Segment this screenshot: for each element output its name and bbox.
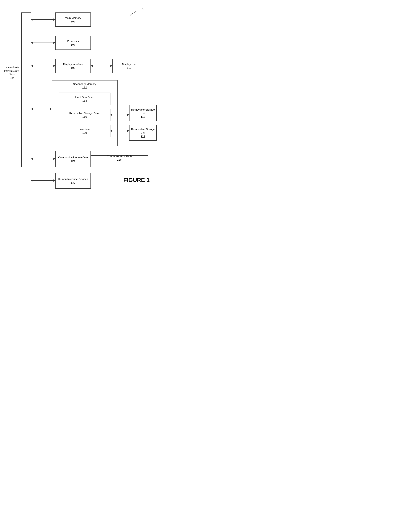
svg-marker-1 [130,14,131,15]
arrow-processor [31,40,55,45]
arrow-removable-drive-right [110,113,129,117]
display-interface-box: Display Interface 108 [55,59,91,73]
processor-box: Processor 107 [55,36,91,50]
human-interface-box: Human Interface Devices 130 [55,173,91,189]
interface-box: Interface 120 [59,125,110,137]
arrow-display-interface-right [91,64,112,68]
figure-label: FIGURE 1 [123,177,150,183]
arrow-secondary-memory [31,107,52,111]
arrow-display-interface-left [31,64,55,68]
ref-number-100: 100 [139,7,144,11]
comm-path-label: Communication Path 126 [95,154,144,161]
removable-unit-122-box: Removable Storage Unit 122 [129,125,157,141]
display-unit-box: Display Unit 110 [112,59,146,73]
bus-bar [21,13,31,167]
comm-interface-box: Communication Interface 124 [55,151,91,167]
arrow-main-memory [31,17,55,22]
removable-drive-box: Removable Storage Drive 116 [59,109,110,121]
arrow-human-interface [31,178,55,183]
removable-unit-118-box: Removable Storage Unit 118 [129,105,157,121]
hard-disk-box: Hard Disk Drive 114 [59,93,110,105]
ref-arrow-icon [128,10,139,17]
arrow-comm-interface [31,157,55,161]
main-memory-box: Main Memory 106 [55,13,91,27]
arrow-interface-right [110,129,129,133]
secondary-memory-label: Secondary Memory 112 [52,80,118,89]
bus-label: Communication Infrastructure (Bus) 102 [3,66,20,80]
diagram: 100 Communication Infrastructure (Bus) 1… [0,4,160,185]
